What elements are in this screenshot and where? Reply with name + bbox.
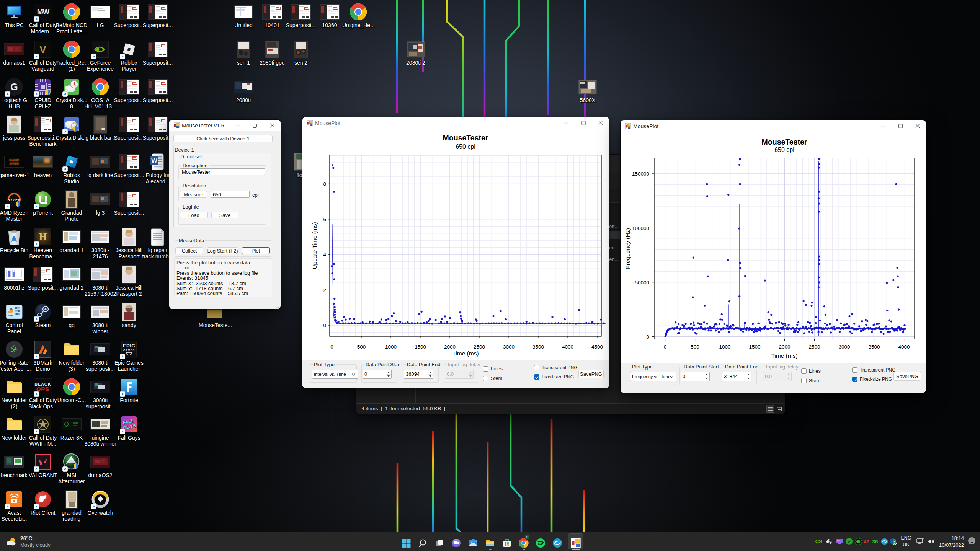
svg-text:650 cpi: 650 cpi (774, 147, 794, 153)
svg-text:2500: 2500 (474, 344, 485, 350)
svg-text:2000: 2000 (444, 344, 456, 350)
svg-text:Update Time (ms): Update Time (ms) (311, 222, 318, 269)
svg-text:MouseTester: MouseTester (443, 134, 488, 142)
svg-text:0: 0 (323, 323, 326, 328)
svg-text:RYZEN: RYZEN (7, 198, 21, 202)
svg-text:2000: 2000 (779, 344, 791, 350)
svg-text:150000: 150000 (632, 171, 649, 177)
svg-text:0: 0 (330, 344, 333, 350)
svg-text:500: 500 (357, 344, 366, 350)
svg-text:W: W (151, 157, 158, 164)
svg-text:3500: 3500 (532, 344, 544, 350)
svg-text:4000: 4000 (898, 344, 910, 350)
svg-text:500: 500 (691, 344, 699, 350)
svg-text:8: 8 (323, 181, 326, 187)
svg-text:650 cpi: 650 cpi (456, 143, 475, 150)
svg-text:1500: 1500 (749, 344, 761, 350)
svg-text:50000: 50000 (635, 280, 649, 285)
svg-text:100000: 100000 (632, 225, 649, 231)
svg-text:1000: 1000 (719, 344, 731, 350)
svg-text:0: 0 (664, 344, 667, 350)
svg-text:3000: 3000 (503, 344, 514, 350)
svg-text:4500: 4500 (591, 344, 603, 350)
svg-text:3500: 3500 (869, 344, 880, 350)
svg-text:6: 6 (323, 217, 326, 222)
svg-text:0: 0 (646, 334, 649, 340)
svg-text:4: 4 (323, 252, 326, 258)
svg-text:MouseTester: MouseTester (762, 138, 807, 146)
svg-text:1000: 1000 (385, 344, 397, 350)
svg-text:Time (ms): Time (ms) (771, 352, 797, 359)
svg-text:4000: 4000 (562, 344, 573, 350)
svg-text:Time (ms): Time (ms) (452, 350, 479, 357)
svg-text:Frequency (Hz): Frequency (Hz) (624, 228, 631, 269)
svg-text:60: 60 (837, 539, 839, 541)
svg-text:2500: 2500 (809, 344, 820, 350)
svg-text:2: 2 (323, 287, 326, 293)
svg-text:1500: 1500 (415, 344, 426, 350)
svg-text:3000: 3000 (839, 344, 850, 350)
